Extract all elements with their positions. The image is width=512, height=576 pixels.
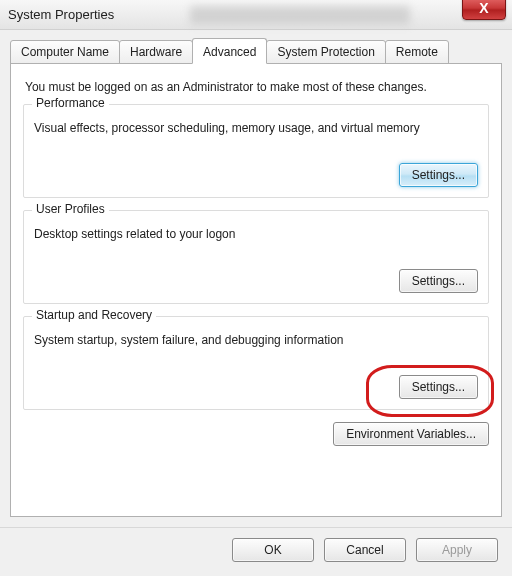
tab-computer-name[interactable]: Computer Name <box>10 40 120 64</box>
group-user-profiles-btn-row: Settings... <box>34 269 478 293</box>
apply-button[interactable]: Apply <box>416 538 498 562</box>
title-bar: System Properties X <box>0 0 512 30</box>
window-title: System Properties <box>8 7 114 22</box>
tab-strip: Computer Name Hardware Advanced System P… <box>10 38 502 64</box>
intro-text: You must be logged on as an Administrato… <box>25 80 487 94</box>
tab-panel-advanced: You must be logged on as an Administrato… <box>10 63 502 517</box>
close-button[interactable]: X <box>462 0 506 20</box>
tab-advanced[interactable]: Advanced <box>192 38 267 64</box>
system-properties-window: System Properties X Computer Name Hardwa… <box>0 0 512 576</box>
group-startup-recovery: Startup and Recovery System startup, sys… <box>23 316 489 410</box>
group-performance: Performance Visual effects, processor sc… <box>23 104 489 198</box>
environment-variables-button[interactable]: Environment Variables... <box>333 422 489 446</box>
group-performance-text: Visual effects, processor scheduling, me… <box>34 121 478 135</box>
group-performance-title: Performance <box>32 96 109 110</box>
performance-settings-button[interactable]: Settings... <box>399 163 478 187</box>
group-performance-btn-row: Settings... <box>34 163 478 187</box>
group-user-profiles-text: Desktop settings related to your logon <box>34 227 478 241</box>
group-user-profiles-title: User Profiles <box>32 202 109 216</box>
group-startup-recovery-title: Startup and Recovery <box>32 308 156 322</box>
tab-remote[interactable]: Remote <box>385 40 449 64</box>
dialog-body: Computer Name Hardware Advanced System P… <box>0 30 512 527</box>
group-user-profiles: User Profiles Desktop settings related t… <box>23 210 489 304</box>
tab-hardware[interactable]: Hardware <box>119 40 193 64</box>
titlebar-blur <box>190 6 410 24</box>
group-startup-recovery-btn-row: Settings... <box>34 375 478 399</box>
startup-recovery-settings-button[interactable]: Settings... <box>399 375 478 399</box>
cancel-button[interactable]: Cancel <box>324 538 406 562</box>
group-startup-recovery-text: System startup, system failure, and debu… <box>34 333 478 347</box>
user-profiles-settings-button[interactable]: Settings... <box>399 269 478 293</box>
ok-button[interactable]: OK <box>232 538 314 562</box>
env-row: Environment Variables... <box>23 422 489 446</box>
dialog-button-row: OK Cancel Apply <box>0 527 512 576</box>
tab-system-protection[interactable]: System Protection <box>266 40 385 64</box>
